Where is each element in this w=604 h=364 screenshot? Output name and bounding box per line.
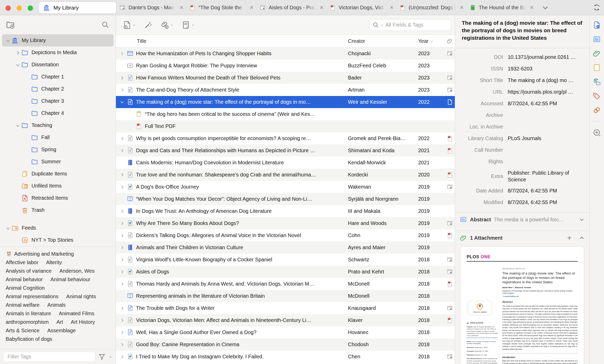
sidebar-collection[interactable]: Duplicate Items [2, 168, 114, 180]
tab-close-icon[interactable]: ✕ [179, 5, 184, 11]
table-row[interactable]: In Dogs We Trust: An Anthology of Americ… [116, 205, 455, 217]
sidebar-collection[interactable]: My Library [2, 34, 114, 46]
tag-item[interactable]: Animated Films [59, 311, 94, 317]
sidebar-collection[interactable]: Chapter 3 [2, 95, 114, 107]
twisty-icon[interactable] [5, 37, 11, 44]
twisty-icon[interactable] [14, 237, 21, 243]
tag-item[interactable]: Animals [47, 302, 66, 308]
twisty-icon[interactable] [24, 147, 31, 153]
tag-item[interactable]: Advertising and Marketing [6, 251, 74, 257]
new-note-button[interactable] [181, 21, 195, 29]
field-value[interactable]: 8/7/2024, 6:42:55 PM [508, 188, 586, 194]
column-separator[interactable] [445, 37, 445, 45]
table-row[interactable]: Good Boy: Canine Representation in Cinem… [116, 338, 455, 351]
tag-filter-input[interactable] [3, 352, 96, 362]
sidebar-collection[interactable]: NYT > Top Stories [2, 234, 114, 246]
tab-close-icon[interactable]: ✕ [529, 5, 534, 11]
table-row[interactable]: True love and the nonhuman: Shakespeare'… [116, 169, 455, 181]
sidebar-collection[interactable]: Feeds [2, 222, 114, 234]
tag-item[interactable]: Animal Cognition [6, 285, 45, 291]
expand-chevron-icon[interactable] [120, 245, 125, 250]
tag-item[interactable]: Anderson, Wes [59, 268, 94, 274]
table-row[interactable]: The Cat-and-Dog Theory of Attachment Sty… [116, 84, 455, 96]
table-row[interactable]: Victorian Dogs, Victorian Men: Affect an… [116, 314, 455, 326]
table-row[interactable]: “The dog hero has been critical to the s… [116, 108, 455, 120]
sidebar-collection[interactable]: Unfiled Items [2, 180, 114, 192]
libraries-collections-nav-icon[interactable] [593, 78, 601, 86]
field-value[interactable]: 8/7/2024, 6:42:55 PM [508, 101, 586, 107]
attachments-section-header[interactable]: 1 Attachment [455, 231, 589, 245]
locate-icon[interactable] [593, 128, 601, 137]
sidebar-collection[interactable]: Chapter 4 [2, 107, 114, 119]
table-row[interactable]: Dogs and Cats and Their Relationships wi… [116, 144, 455, 157]
twisty-icon[interactable] [14, 122, 21, 128]
twisty-icon[interactable] [14, 195, 21, 201]
expand-chevron-icon[interactable] [120, 75, 125, 80]
tab-close-icon[interactable]: ✕ [389, 5, 394, 11]
table-row[interactable]: I Tried to Make My Dog an Instagram Cele… [116, 351, 455, 363]
table-row[interactable]: Well, Has a Single Good Author Ever Owne… [116, 326, 455, 338]
sidebar-collection[interactable]: Teaching [2, 119, 114, 131]
expand-chevron-icon[interactable] [120, 294, 125, 299]
field-value[interactable]: 8/7/2024, 6:42:55 PM [508, 199, 586, 205]
attachments-nav-icon[interactable] [593, 49, 601, 58]
table-row[interactable]: The making of a (dog) movie star: The ef… [116, 96, 455, 108]
sidebar-collection[interactable]: Retracted Items [2, 192, 114, 204]
new-collection-icon[interactable] [6, 20, 15, 29]
zoom-window-button[interactable] [28, 5, 33, 11]
info-icon[interactable] [593, 21, 601, 29]
tab-close-icon[interactable]: ✕ [459, 5, 464, 11]
reader-tab[interactable]: “The Dog Stole the ✕ [187, 0, 257, 15]
field-value[interactable]: Publisher: Public Library of Science [508, 167, 586, 185]
tab-close-icon[interactable]: ✕ [319, 5, 324, 11]
twisty-icon[interactable] [14, 183, 21, 189]
sidebar-collection[interactable]: Chapter 1 [2, 71, 114, 83]
expand-chevron-icon[interactable] [120, 281, 125, 287]
tab-overflow-chevron-icon[interactable] [542, 4, 549, 11]
table-row[interactable]: How the Humanization of Pets Is Changing… [116, 47, 455, 60]
twisty-icon[interactable] [24, 74, 31, 80]
sidebar-collection[interactable]: Fall [2, 131, 114, 143]
abstract-section-header[interactable]: Abstract The media is a powerful forc… [455, 212, 589, 227]
table-row[interactable]: A Dog's Box-Office Journey Wakeman 2019 [116, 181, 455, 193]
table-row[interactable]: Representing animals in the literature o… [116, 290, 455, 302]
notes-nav-icon[interactable] [593, 63, 601, 72]
expand-chevron-icon[interactable] [120, 330, 125, 335]
reader-tab[interactable]: Aisles of Dogs - Pra ✕ [257, 0, 327, 15]
tag-item[interactable]: Art History [71, 319, 95, 325]
tag-item[interactable]: Animal representations [6, 294, 59, 300]
expand-chevron-icon[interactable] [120, 269, 125, 274]
tab-my-library[interactable]: My Library [39, 2, 116, 13]
table-row[interactable]: Animals and Their Children in Victorian … [116, 241, 455, 254]
search-box[interactable] [369, 19, 451, 31]
table-row[interactable]: Ryan Gosling & Margot Robbie: The Puppy … [116, 60, 455, 72]
related-nav-icon[interactable] [593, 106, 601, 114]
expand-chevron-icon[interactable] [120, 87, 125, 93]
expand-chevron-icon[interactable] [120, 197, 125, 202]
tab-close-icon[interactable]: ✕ [249, 5, 254, 11]
expand-chevron-icon[interactable] [120, 221, 125, 226]
expand-chevron-icon[interactable] [120, 172, 125, 177]
tag-item[interactable]: Alterity [46, 260, 62, 265]
table-row[interactable]: “When Your Dog Matches Your Decor”: Obje… [116, 193, 455, 205]
expand-chevron-icon[interactable] [120, 318, 125, 323]
twisty-icon[interactable] [14, 171, 21, 177]
search-scope-chevron-icon[interactable] [380, 23, 384, 27]
table-row[interactable]: Canis Modernis: Human/Dog Coevolution in… [116, 157, 455, 169]
reader-tab[interactable]: The Hound of the Ba ✕ [467, 0, 537, 15]
tag-item[interactable]: anthropomorphism [6, 319, 49, 325]
twisty-icon[interactable] [5, 225, 11, 231]
sidebar-collection[interactable]: Summer [2, 156, 114, 168]
tag-item[interactable]: Animals in literature [6, 311, 51, 317]
sidebar-collection[interactable]: Chapter 2 [2, 83, 114, 95]
column-separator[interactable] [344, 37, 345, 45]
tag-item[interactable]: Animal welfare [6, 302, 39, 308]
reader-tab[interactable]: Victorian Dogs, Vict ✕ [327, 0, 397, 15]
collapse-chevron-icon[interactable] [579, 217, 585, 222]
collection-search-icon[interactable] [101, 21, 109, 29]
tag-filter-funnel-icon[interactable] [98, 353, 106, 361]
item-pane-scroll[interactable]: Language en DOI 10.1371/journal.pone.026… [455, 44, 589, 364]
expand-chevron-icon[interactable] [120, 100, 125, 105]
twisty-icon[interactable] [14, 207, 21, 213]
minimize-window-button[interactable] [17, 5, 22, 11]
